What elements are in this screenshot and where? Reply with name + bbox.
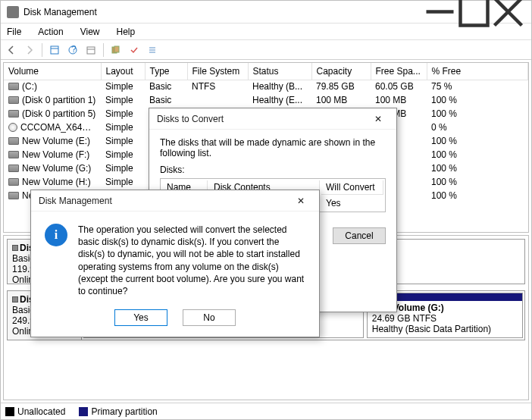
col-free[interactable]: Free Spa... [371, 63, 427, 80]
legend-primary: Primary partition [79, 406, 157, 417]
col-will-convert[interactable]: Will Convert [321, 180, 383, 195]
menubar: File Action View Help [1, 24, 531, 40]
info-icon: i [45, 224, 67, 246]
back-button[interactable] [4, 42, 19, 58]
svg-rect-11 [114, 46, 119, 52]
toolbar: ? [1, 40, 531, 60]
dialog-titlebar: Disk Management ✕ [31, 190, 319, 212]
dialog-close-button[interactable]: ✕ [368, 114, 389, 124]
titlebar: Disk Management [1, 1, 531, 24]
drive-icon [8, 110, 19, 118]
col-capacity[interactable]: Capacity [311, 63, 371, 80]
col-volume[interactable]: Volume [4, 63, 101, 80]
col-layout[interactable]: Layout [101, 63, 145, 80]
maximize-button[interactable] [457, 3, 491, 21]
settings-icon[interactable] [47, 42, 62, 58]
menu-help[interactable]: Help [114, 25, 139, 39]
disks-label: Disks: [160, 165, 386, 175]
col-fs[interactable]: File System [187, 63, 248, 80]
window-title: Disk Management [23, 7, 423, 17]
svg-rect-8 [87, 47, 95, 54]
drive-icon [8, 83, 19, 90]
check-icon[interactable] [127, 42, 142, 58]
legend-unallocated: Unallocated [5, 406, 65, 417]
partition-size: 24.69 GB NTFS [372, 313, 518, 324]
cell-will: Yes [321, 196, 383, 210]
drive-icon [8, 165, 19, 172]
calendar-icon[interactable] [83, 42, 99, 58]
dialog-titlebar: Disks to Convert ✕ [149, 108, 396, 130]
col-pct[interactable]: % Free [427, 63, 528, 80]
menu-action[interactable]: Action [35, 25, 66, 39]
col-type[interactable]: Type [145, 63, 187, 80]
confirm-dialog: Disk Management ✕ i The operation you se… [30, 190, 320, 337]
forward-button[interactable] [22, 42, 37, 58]
disk-icon [12, 296, 18, 302]
dialog-message: The operation you selected will convert … [78, 224, 305, 297]
dialog-intro-text: The disks that will be made dynamic are … [160, 137, 386, 158]
svg-text:?: ? [71, 45, 77, 55]
drive-icon [8, 96, 19, 104]
drive-icon [8, 192, 19, 199]
dialog-close-button[interactable]: ✕ [290, 196, 311, 206]
close-button[interactable] [491, 3, 525, 21]
drive-icon [8, 151, 19, 158]
dialog-title: Disks to Convert [157, 114, 224, 124]
refresh-icon[interactable] [108, 42, 124, 58]
col-status[interactable]: Status [248, 63, 311, 80]
svg-rect-4 [51, 46, 58, 54]
yes-button[interactable]: Yes [114, 309, 167, 326]
menu-view[interactable]: View [77, 25, 103, 39]
partition-status: Healthy (Basic Data Partition) [372, 324, 518, 334]
table-row[interactable]: (C:)SimpleBasicNTFSHealthy (B...79.85 GB… [4, 80, 528, 93]
disk-icon [12, 245, 18, 251]
list-icon[interactable] [145, 42, 160, 58]
dialog-title: Disk Management [39, 196, 112, 206]
app-icon [7, 6, 19, 18]
cancel-button[interactable]: Cancel [333, 227, 386, 244]
menu-file[interactable]: File [4, 25, 24, 39]
separator [103, 43, 104, 57]
no-button[interactable]: No [183, 309, 236, 326]
separator [42, 43, 42, 57]
drive-icon [8, 178, 19, 186]
table-row[interactable]: (Disk 0 partition 1)SimpleBasicHealthy (… [4, 93, 528, 107]
minimize-button[interactable] [423, 3, 457, 21]
help-icon[interactable]: ? [65, 42, 80, 58]
svg-rect-1 [461, 0, 488, 26]
statusbar: Unallocated Primary partition [1, 403, 531, 419]
drive-icon [8, 137, 19, 145]
cd-icon [8, 123, 17, 132]
